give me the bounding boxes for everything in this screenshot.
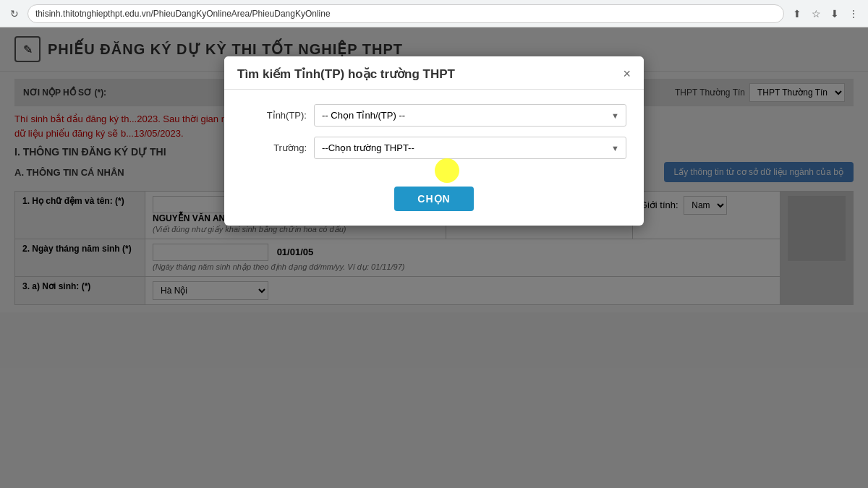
modal-footer: CHỌN bbox=[224, 184, 644, 226]
chon-button[interactable]: CHỌN bbox=[394, 187, 473, 211]
tinh-label: Tỉnh(TP): bbox=[242, 110, 307, 121]
tinh-row: Tỉnh(TP): -- Chọn Tỉnh/(TP) -- Hà Nội Hồ… bbox=[242, 104, 626, 127]
reload-icon[interactable]: ↻ bbox=[7, 7, 22, 21]
nav-buttons: ↻ bbox=[7, 7, 22, 21]
tinh-select-wrapper: -- Chọn Tỉnh/(TP) -- Hà Nội Hồ Chí Minh … bbox=[314, 104, 626, 127]
tinh-select[interactable]: -- Chọn Tỉnh/(TP) -- Hà Nội Hồ Chí Minh … bbox=[314, 104, 626, 127]
page-content: ✎ PHIẾU ĐĂNG KÝ DỰ KỲ THI TỐT NGHIỆP THP… bbox=[0, 27, 868, 488]
url-text: thisinh.thitotnghiepthpt.edu.vn/PhieuDan… bbox=[35, 9, 331, 19]
menu-icon[interactable]: ⋮ bbox=[846, 7, 861, 21]
browser-chrome: ↻ thisinh.thitotnghiepthpt.edu.vn/PhieuD… bbox=[0, 0, 868, 27]
star-icon[interactable]: ☆ bbox=[809, 7, 823, 21]
download-icon[interactable]: ⬇ bbox=[827, 7, 842, 21]
truong-label: Trường: bbox=[242, 142, 307, 153]
search-modal: Tìm kiếm Tỉnh(TP) hoặc trường THPT × Tỉn… bbox=[224, 56, 644, 226]
truong-row: Trường: --Chọn trường THPT-- ▼ bbox=[242, 137, 626, 159]
share-icon[interactable]: ⬆ bbox=[790, 7, 804, 21]
modal-overlay: Tìm kiếm Tỉnh(TP) hoặc trường THPT × Tỉn… bbox=[0, 27, 868, 488]
truong-select-wrapper: --Chọn trường THPT-- ▼ bbox=[314, 137, 626, 159]
modal-close-button[interactable]: × bbox=[623, 67, 631, 82]
truong-select[interactable]: --Chọn trường THPT-- bbox=[314, 137, 626, 159]
modal-body: Tỉnh(TP): -- Chọn Tỉnh/(TP) -- Hà Nội Hồ… bbox=[224, 90, 644, 184]
modal-title: Tìm kiếm Tỉnh(TP) hoặc trường THPT bbox=[237, 67, 455, 82]
modal-header: Tìm kiếm Tỉnh(TP) hoặc trường THPT × bbox=[224, 56, 644, 90]
address-bar[interactable]: thisinh.thitotnghiepthpt.edu.vn/PhieuDan… bbox=[27, 4, 784, 23]
browser-actions: ⬆ ☆ ⬇ ⋮ bbox=[790, 7, 861, 21]
